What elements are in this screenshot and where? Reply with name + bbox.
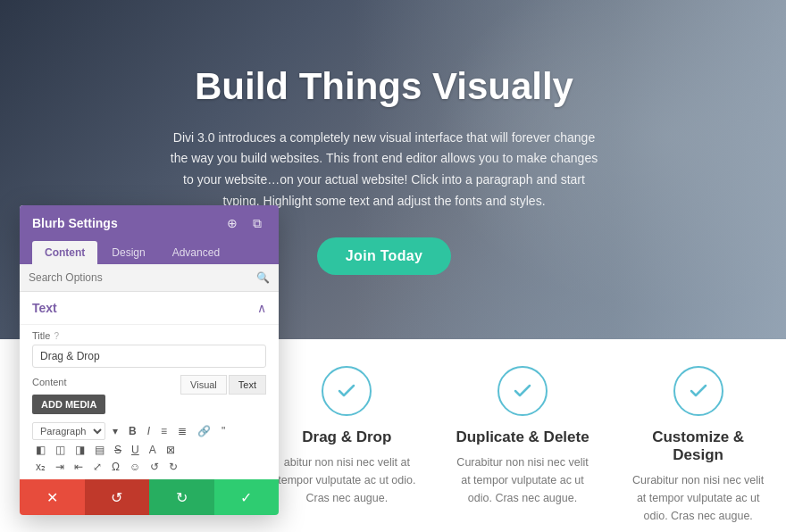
format-row-3: x₂ ⇥ ⇤ ⤢ Ω ☺ ↺ ↻ [32,460,266,474]
format-separator: ▾ [109,424,121,438]
feature-3-title: Customize & Design [628,428,768,464]
feature-1-desc: abitur non nisi nec velit at tempor vulp… [277,453,417,507]
color-button[interactable]: A [146,443,160,457]
editor-mode-tabs: Visual Text [180,375,266,395]
check-icon-3 [688,380,709,402]
text-section: Text ∧ Title ? Content ADD MEDIA Visual … [20,292,279,479]
align-right-button[interactable]: ◨ [71,443,88,457]
tab-design[interactable]: Design [99,241,157,264]
feature-2-title: Duplicate & Delete [456,428,589,446]
blockquote-button[interactable]: " [218,424,229,438]
panel-search-area: 🔍 [20,264,279,292]
section-title: Text [32,301,57,315]
indent-button[interactable]: ⇥ [52,460,68,474]
save-button[interactable]: ✓ [214,479,280,515]
feature-1-title: Drag & Drop [302,428,391,446]
add-media-button[interactable]: ADD MEDIA [32,395,105,414]
feature-duplicate: Duplicate & Delete Curabitur non nisi ne… [435,366,611,507]
panel-header: Blurb Settings ⊕ ⧉ [20,205,279,241]
title-label: Title ? [32,330,266,341]
outdent-button[interactable]: ⇤ [71,460,87,474]
search-input[interactable] [29,271,251,284]
tab-advanced[interactable]: Advanced [160,241,232,264]
format-row-1: Paragraph Heading 1 Heading 2 ▾ B I ≡ ≣ … [32,419,266,440]
paste-text-button[interactable]: ⊠ [163,443,179,457]
justify-button[interactable]: ▤ [91,443,108,457]
undo-button[interactable]: ↺ [85,479,150,515]
bold-button[interactable]: B [125,424,140,438]
ordered-list-button[interactable]: ≣ [174,424,190,438]
chevron-up-icon: ∧ [257,301,266,315]
emoji-button[interactable]: ☺ [126,460,144,474]
redo-editor-button[interactable]: ↻ [165,460,181,474]
title-field: Title ? [20,325,279,373]
panel-header-icons: ⊕ ⧉ [223,214,266,232]
section-header[interactable]: Text ∧ [20,292,279,325]
hero-description: Divi 3.0 introduces a completely new vis… [165,128,603,212]
strikethrough-button[interactable]: S [111,443,125,457]
unordered-list-button[interactable]: ≡ [157,424,171,438]
panel-tabs: Content Design Advanced [20,241,279,264]
align-left-button[interactable]: ◧ [32,443,49,457]
expand-icon[interactable]: ⧉ [248,214,266,232]
feature-3-desc: Curabitur non nisi nec velit at tempor v… [628,471,768,525]
help-icon[interactable]: ? [54,331,59,341]
panel-title: Blurb Settings [32,216,118,230]
text-tab[interactable]: Text [229,375,266,395]
search-icon: 🔍 [256,271,270,284]
blurb-settings-panel: Blurb Settings ⊕ ⧉ Content Design Advanc… [20,205,279,515]
subscript-button[interactable]: x₂ [32,460,49,474]
editor-toolbar: ADD MEDIA Visual Text Paragraph Heading … [20,389,279,479]
hero-title: Build Things Visually [195,64,573,109]
feature-customize: Customize & Design Curabitur non nisi ne… [610,366,786,525]
link-button[interactable]: 🔗 [194,424,214,438]
drag-drop-icon-circle [322,366,372,416]
paragraph-select[interactable]: Paragraph Heading 1 Heading 2 [32,422,105,440]
undo-editor-button[interactable]: ↺ [146,460,163,474]
check-icon [336,380,357,402]
panel-actions: ✕ ↺ ↻ ✓ [20,479,279,515]
feature-2-desc: Curabitur non nisi nec velit at tempor v… [453,453,593,507]
visual-tab[interactable]: Visual [180,375,227,395]
italic-button[interactable]: I [144,424,154,438]
title-input[interactable] [32,345,266,368]
redo-button[interactable]: ↻ [149,479,214,515]
settings-icon[interactable]: ⊕ [223,214,241,232]
tab-content[interactable]: Content [32,241,97,264]
align-center-button[interactable]: ◫ [52,443,69,457]
join-today-button[interactable]: Join Today [317,237,451,275]
special-chars-button[interactable]: Ω [108,460,123,474]
format-row-2: ◧ ◫ ◨ ▤ S U A ⊠ [32,443,266,457]
customize-icon-circle [673,366,723,416]
underline-button[interactable]: U [128,443,143,457]
duplicate-icon-circle [498,366,548,416]
expand-editor-button[interactable]: ⤢ [89,460,105,474]
cancel-button[interactable]: ✕ [20,479,85,515]
check-icon-2 [512,380,533,402]
